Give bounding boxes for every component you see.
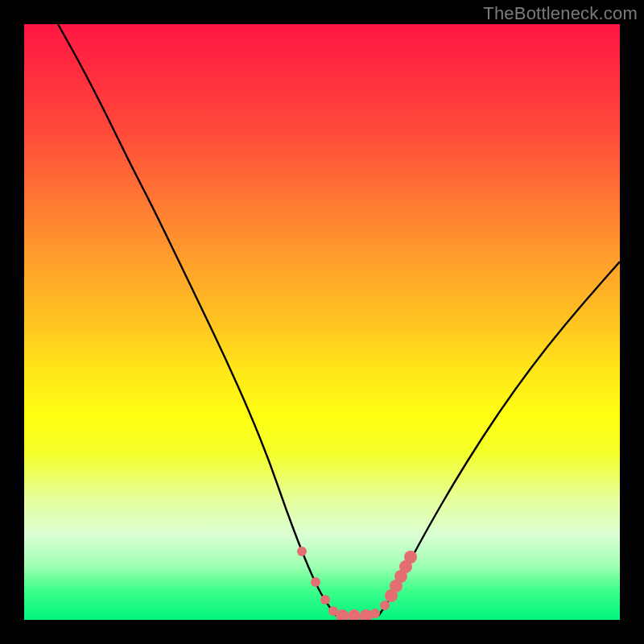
watermark-text: TheBottleneck.com: [483, 3, 638, 24]
marker-dot: [380, 601, 390, 610]
marker-dot: [320, 595, 330, 605]
marker-dot: [311, 577, 320, 587]
plot-area: [24, 24, 620, 620]
marker-dot: [297, 547, 307, 556]
curves-layer: [24, 24, 620, 620]
curve-right-branch: [378, 262, 620, 616]
marker-group: [297, 547, 417, 620]
marker-dot: [370, 609, 380, 618]
marker-dot: [348, 609, 361, 620]
marker-dot: [404, 551, 417, 564]
chart-stage: TheBottleneck.com: [0, 0, 644, 644]
curve-left-branch: [58, 24, 336, 616]
